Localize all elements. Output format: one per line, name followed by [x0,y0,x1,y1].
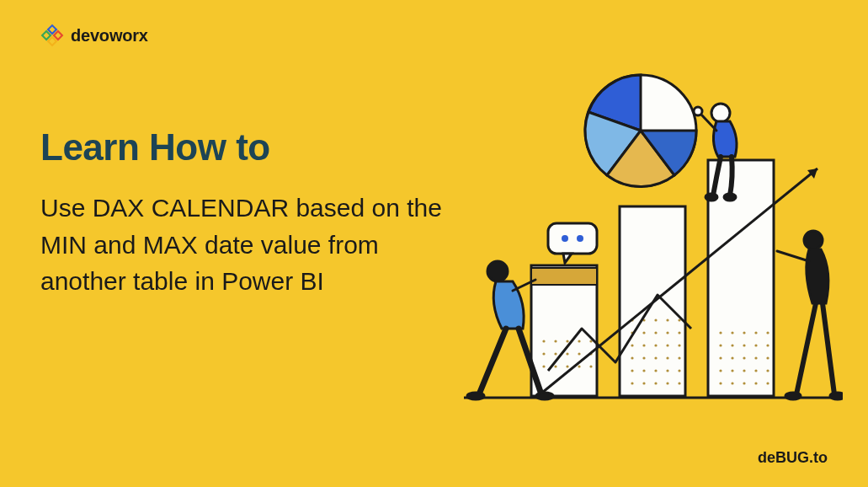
svg-line-93 [796,303,816,394]
svg-rect-3 [48,37,56,45]
svg-point-23 [631,382,633,384]
svg-point-71 [743,344,745,346]
svg-point-57 [754,382,757,384]
svg-point-101 [724,194,736,201]
svg-point-55 [731,382,733,384]
svg-point-36 [666,356,668,359]
svg-point-64 [719,356,722,359]
svg-point-33 [631,356,633,359]
svg-point-47 [678,331,680,334]
svg-point-75 [731,331,733,334]
svg-point-76 [743,331,745,334]
svg-point-34 [642,356,645,359]
svg-point-85 [487,261,508,281]
svg-marker-82 [563,254,572,263]
svg-point-60 [731,369,733,372]
svg-point-27 [678,382,680,384]
footer-prefix: de [758,449,775,466]
svg-point-46 [666,331,668,334]
svg-point-84 [577,235,583,242]
svg-point-45 [654,331,657,334]
svg-point-37 [678,356,680,359]
svg-point-19 [566,340,568,342]
svg-point-54 [719,382,722,384]
svg-point-51 [666,318,668,321]
footer-mid: BUG [775,449,809,466]
svg-point-100 [706,194,717,201]
svg-point-31 [666,369,668,372]
page-title: Learn How to [40,126,270,169]
brand-name: devoworx [71,26,148,45]
svg-point-68 [766,356,769,359]
svg-point-20 [578,340,580,342]
svg-point-77 [754,331,757,334]
svg-point-11 [589,365,592,367]
svg-point-8 [554,365,556,367]
page-subtitle: Use DAX CALENDAR based on the MIN and MA… [40,190,445,300]
hero-illustration [464,51,843,430]
svg-point-25 [654,382,657,384]
svg-point-72 [754,344,757,346]
svg-point-69 [719,344,722,346]
svg-point-70 [731,344,733,346]
svg-point-66 [743,356,745,359]
svg-point-56 [743,382,745,384]
svg-point-26 [666,382,668,384]
svg-rect-6 [531,268,597,285]
svg-point-63 [766,369,769,372]
svg-point-91 [804,231,823,249]
svg-rect-81 [548,223,597,254]
brand-logo-icon [40,24,64,47]
svg-point-38 [631,344,633,346]
footer-brand: deBUG.to [758,449,828,467]
svg-point-12 [542,352,545,355]
svg-point-62 [754,369,757,372]
svg-point-30 [654,369,657,372]
svg-point-61 [743,369,745,372]
svg-point-24 [642,382,645,384]
svg-line-92 [777,251,809,261]
svg-point-59 [719,369,722,372]
svg-point-73 [766,344,769,346]
svg-point-13 [554,352,556,355]
svg-point-14 [566,352,568,355]
svg-point-44 [642,331,645,334]
svg-point-97 [711,104,730,122]
svg-point-42 [678,344,680,346]
svg-rect-2 [42,31,51,40]
svg-point-15 [578,352,580,355]
svg-point-32 [678,369,680,372]
svg-point-83 [562,235,568,242]
svg-point-7 [542,365,545,367]
svg-point-58 [766,382,769,384]
footer-suffix: .to [809,449,828,466]
svg-point-28 [631,369,633,372]
svg-point-39 [642,344,645,346]
svg-point-10 [578,365,580,367]
svg-point-67 [754,356,757,359]
svg-rect-0 [48,25,56,34]
svg-point-18 [554,340,556,342]
svg-point-40 [654,344,657,346]
svg-point-29 [642,369,645,372]
svg-point-74 [719,331,722,334]
svg-point-9 [566,365,568,367]
brand-lockup: devoworx [40,24,148,47]
svg-line-94 [823,303,834,394]
svg-point-35 [654,356,657,359]
svg-rect-1 [54,31,62,40]
svg-point-65 [731,356,733,359]
svg-point-50 [654,318,657,321]
svg-point-99 [694,107,702,115]
svg-point-17 [542,340,545,342]
svg-line-87 [479,329,506,394]
svg-point-78 [766,331,769,334]
svg-point-41 [666,344,668,346]
